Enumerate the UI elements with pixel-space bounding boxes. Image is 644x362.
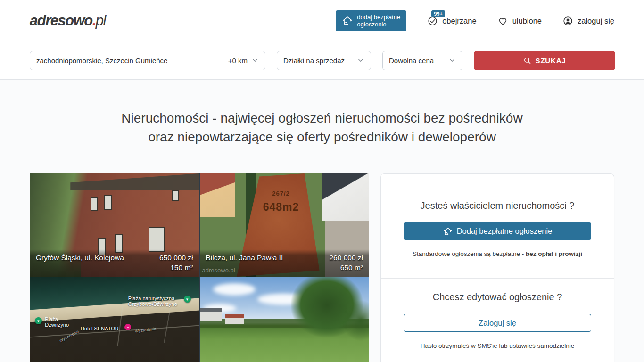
- map-label-line: Grzybowo-Dźwirzyno: [128, 301, 177, 307]
- location-input[interactable]: zachodniopomorskie, Szczecin Gumieńce +0…: [30, 51, 265, 70]
- photo-window: [91, 197, 98, 211]
- logo[interactable]: adresowo.pl: [30, 12, 106, 29]
- viewed-link[interactable]: 99+ obejrzane: [427, 16, 476, 26]
- photo-tree: [342, 300, 369, 341]
- edit-panel-note: Hasło otrzymałeś w SMS'ie lub ustawiłeś …: [404, 342, 591, 349]
- map-label-line: Plaża naturystyczna: [128, 296, 177, 301]
- login-label: zaloguj się: [578, 16, 614, 25]
- sidebar: Jesteś właścicielem nieruchomości ? Doda…: [380, 173, 614, 362]
- chevron-down-icon: [251, 57, 259, 64]
- plot-label: 267/2 648m2: [237, 190, 325, 214]
- map-label-line: Dźwirzyno: [45, 322, 69, 328]
- header: adresowo.pl dodaj bezpłatne ogłoszenie: [0, 0, 644, 41]
- location-value: zachodniopomorskie, Szczecin Gumieńce: [36, 57, 167, 65]
- check-circle-icon: 99+: [427, 16, 438, 26]
- map-pin-beach2-icon: ▾: [35, 317, 42, 324]
- chevron-down-icon: [448, 57, 456, 64]
- owner-note-regular: Standardowe ogłoszenia są bezpłatne -: [413, 250, 526, 257]
- house-add-icon: [342, 15, 353, 26]
- plot-area: 648m2: [237, 201, 325, 214]
- map-pin-hotel-icon: ▪: [124, 324, 131, 330]
- photo-watermark: adresowo.pl: [202, 267, 235, 274]
- house-add-icon: [443, 226, 453, 237]
- listing-price: 650 000 zł: [159, 253, 193, 263]
- add-listing-line1: dodaj bezpłatne: [357, 14, 400, 21]
- search-icon: [523, 57, 531, 65]
- owner-note-bold: bez opłat i prowizji: [526, 250, 582, 257]
- edit-panel: Chcesz edytować ogłoszenie ? Zaloguj się…: [381, 278, 614, 362]
- favorites-link[interactable]: ulubione: [497, 16, 542, 26]
- logo-name: adresowo: [30, 12, 92, 29]
- edit-panel-title: Chcesz edytować ogłoszenie ?: [404, 292, 591, 303]
- category-value: Działki na sprzedaż: [283, 57, 345, 65]
- search-button[interactable]: SZUKAJ: [474, 51, 615, 70]
- listing-card-bilcza[interactable]: 267/2 648m2 adresowo.pl Bilcza, ul. Jana…: [200, 173, 370, 277]
- search-bar: zachodniopomorskie, Szczecin Gumieńce +0…: [0, 41, 644, 80]
- map-label-line: Plaża: [45, 316, 69, 322]
- logo-tld: pl: [96, 12, 106, 29]
- add-free-listing-label: Dodaj bezpłatne ogłoszenie: [457, 227, 553, 236]
- listing-area: 150 m²: [159, 263, 193, 272]
- add-listing-label: dodaj bezpłatne ogłoszenie: [357, 14, 400, 28]
- owner-panel-note: Standardowe ogłoszenia są bezpłatne - be…: [404, 250, 591, 257]
- viewed-label: obejrzane: [442, 16, 476, 25]
- plot-number: 267/2: [237, 190, 325, 197]
- photo-window: [172, 190, 179, 201]
- listing-price: 260 000 zł: [329, 253, 363, 263]
- photo-roof: [70, 173, 199, 190]
- listing-area: 650 m²: [329, 263, 363, 272]
- main-content: Nieruchomości - najwięcej ogłoszeń nieru…: [0, 80, 644, 362]
- map-street-label: Wyzwolenia: [134, 327, 156, 334]
- logo-dot: .: [92, 12, 96, 29]
- listing-card-grojce[interactable]: Grojce, ul. Rogienna 801 000 zł: [200, 277, 370, 362]
- heart-icon: [497, 16, 508, 26]
- content-row: Gryfów Śląski, ul. Kolejowa 650 000 zł 1…: [0, 173, 644, 362]
- page-title: Nieruchomości - najwięcej ogłoszeń nieru…: [0, 80, 644, 147]
- listing-card-gryfow[interactable]: Gryfów Śląski, ul. Kolejowa 650 000 zł 1…: [30, 173, 199, 277]
- page-title-line2: oraz niepowtarzające się oferty pośredni…: [0, 128, 644, 147]
- favorites-label: ulubione: [512, 16, 542, 25]
- chevron-down-icon: [357, 57, 364, 64]
- photo-house-right: [322, 173, 369, 221]
- photo-window: [149, 227, 165, 252]
- photo-house: [200, 308, 222, 321]
- map-label-hotel: Hotel SENATOR: [81, 326, 119, 331]
- login-button[interactable]: Zaloguj się: [404, 314, 591, 332]
- search-button-label: SZUKAJ: [536, 57, 566, 65]
- listing-location: Bilcza, ul. Jana Pawła II: [206, 253, 283, 263]
- radius-value: +0 km: [228, 57, 248, 65]
- listing-location: Gryfów Śląski, ul. Kolejowa: [36, 253, 124, 263]
- viewed-count-badge: 99+: [431, 10, 445, 17]
- map-street-label: Wyzwolenia: [58, 329, 80, 343]
- category-select[interactable]: Działki na sprzedaż: [277, 51, 371, 70]
- photo-house-left: [200, 173, 235, 217]
- header-actions: dodaj bezpłatne ogłoszenie 99+ obejrzane…: [336, 10, 614, 31]
- photo-window: [104, 195, 112, 210]
- photo-house: [225, 314, 244, 324]
- photo-cloud: [213, 283, 256, 296]
- map-label-beach-right: Plaża naturystyczna Grzybowo-Dźwirzyno: [128, 296, 177, 307]
- map-pin-beach-icon: ▾: [184, 296, 191, 303]
- listing-overlay: Gryfów Śląski, ul. Kolejowa 650 000 zł 1…: [30, 249, 199, 277]
- login-link[interactable]: zaloguj się: [562, 16, 614, 26]
- listing-card-dzwirzyno[interactable]: Plaża naturystyczna Grzybowo-Dźwirzyno ▾…: [30, 277, 199, 362]
- listings-grid: Gryfów Śląski, ul. Kolejowa 650 000 zł 1…: [30, 173, 369, 362]
- owner-panel-title: Jesteś właścicielem nieruchomości ?: [404, 200, 591, 211]
- add-free-listing-button[interactable]: Dodaj bezpłatne ogłoszenie: [404, 222, 591, 240]
- price-value: Dowolna cena: [389, 57, 434, 65]
- map-label-beach-left: Plaża Dźwirzyno: [45, 316, 69, 328]
- price-select[interactable]: Dowolna cena: [382, 51, 462, 70]
- user-circle-icon: [562, 16, 573, 26]
- page-title-line1: Nieruchomości - najwięcej ogłoszeń nieru…: [0, 109, 644, 128]
- owner-panel: Jesteś właścicielem nieruchomości ? Doda…: [381, 174, 614, 278]
- add-listing-button[interactable]: dodaj bezpłatne ogłoszenie: [336, 10, 406, 31]
- add-listing-line2: ogłoszenie: [357, 21, 400, 28]
